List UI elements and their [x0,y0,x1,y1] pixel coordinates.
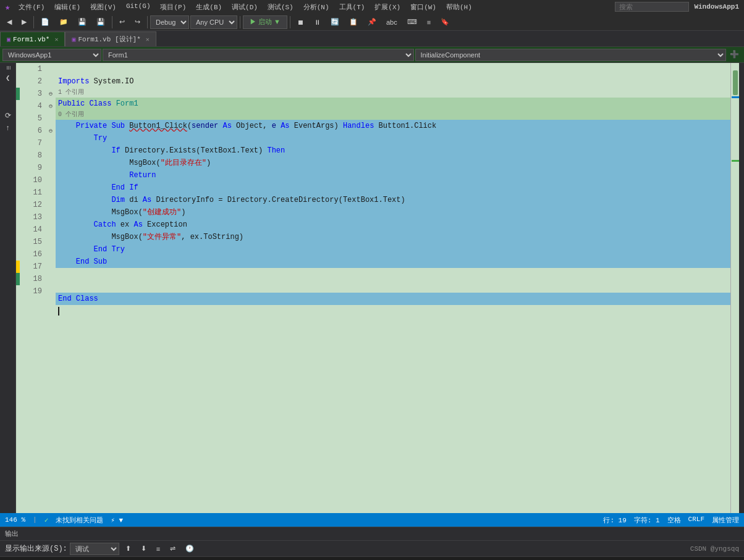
output-clock-btn[interactable]: 🕐 [182,542,198,556]
extra-btn4[interactable]: 📋 [345,15,362,29]
output-source-select[interactable]: 调试 [70,543,119,555]
output-down-btn[interactable]: ⬇ [137,542,150,556]
sep2 [112,16,112,28]
sidebar-icon-up[interactable]: ↑ [6,124,10,133]
menu-debug[interactable]: 调试(D) [228,2,261,12]
undo-btn[interactable]: ↩ [115,15,129,29]
code-line-9: End If [56,182,730,194]
l13-indent [58,231,111,243]
output-wrap-btn[interactable]: ⇌ [166,542,179,556]
ln-11: 11 [20,186,42,199]
l11-msgbox: MsgBox( [111,206,142,219]
l7-str: "此目录存在" [161,157,206,169]
sidebar-icon-bookmark[interactable]: ❮ [6,73,10,83]
kw-as1: As [223,120,232,132]
menu-test[interactable]: 测试(S) [264,2,297,12]
output-source-label: 显示输出来源(S): [5,543,67,554]
sep3 [147,16,148,28]
l6-indent [58,144,111,157]
v-scroll-thumb[interactable] [733,70,738,95]
member-dropdown[interactable]: InitializeComponent [415,49,727,61]
tab-close-2[interactable]: ✕ [146,36,150,43]
output-filter-btn[interactable]: ≡ [153,542,164,556]
scroll-indicator-2 [732,160,739,162]
format-btn[interactable]: ⌨ [403,15,421,29]
redo-btn[interactable]: ↪ [130,15,145,29]
ln-10: 10 [20,174,42,186]
code-3-space [85,98,89,110]
class-dropdown[interactable]: Form1 [103,49,414,61]
sidebar-icon-refresh[interactable]: ⟳ [5,111,11,120]
menu-analyze[interactable]: 分析(N) [300,2,333,12]
l4-method: Button1_Click( [125,120,192,132]
l4-as1 [218,120,222,132]
status-actions[interactable]: ⚡ ▼ [111,516,123,524]
align-btn[interactable]: ≡ [423,15,435,29]
extra-btn3[interactable]: 🔄 [326,15,344,29]
l7-close: ) [206,157,211,169]
nav-add-icon[interactable]: ➕ [727,49,742,61]
ln-1: 1 [20,63,42,75]
abc-btn[interactable]: abc [382,15,402,29]
right-strip [739,63,744,513]
l4-obj: Object, [232,120,272,132]
extra-btn5[interactable]: 📌 [363,15,381,29]
menu-view[interactable]: 视图(V) [87,2,120,12]
tab-form1-vb[interactable]: ▣ Form1.vb* ✕ [0,31,65,46]
col-info: 字符: 1 [634,516,660,525]
extra-btn1[interactable]: ⏹ [293,15,308,29]
kw-public: Public [58,98,85,110]
ln-4: 4 [20,100,42,112]
menu-build[interactable]: 生成(B) [192,2,226,12]
l15-indent [58,256,76,268]
no-errors-label: 未找到相关问题 [56,516,103,525]
menu-extensions[interactable]: 扩展(X) [371,2,404,12]
save-btn[interactable]: 💾 [74,15,91,29]
extra-btn2[interactable]: ⏸ [310,15,325,29]
tab-close-1[interactable]: ✕ [54,36,58,43]
output-clear-btn[interactable]: ⬆ [122,542,135,556]
l5-indent [58,132,94,144]
back-btn[interactable]: ◀ [2,15,16,29]
open-btn[interactable]: 📁 [55,15,72,29]
l4-handle: Button1.Click [374,120,436,132]
code-content[interactable]: Imports System.IO 1 个引用 Public Class For… [56,63,730,513]
editor-area: ≡ ❮ ⟳ ↑ 1 [0,63,744,513]
kw-sub: Sub [111,120,125,132]
bookmark-btn[interactable]: 🔖 [436,15,454,29]
menu-bar[interactable]: 文件(F) 编辑(E) 视图(V) Git(G) 项目(P) 生成(B) 调试(… [15,2,475,12]
v-scrollbar[interactable] [730,63,739,513]
menu-edit[interactable]: 编辑(E) [51,2,84,12]
kw-as-catch: As [133,219,142,231]
fold-gutter: ⊖ ⊖ ⊖ [46,63,56,513]
output-toolbar: 显示输出来源(S): 调试 ⬆ ⬇ ≡ ⇌ 🕐 CSDN @yngsqq [0,541,744,557]
fg-3[interactable]: ⊖ [49,88,53,100]
start-button[interactable]: ▶ 启动 ▼ [243,15,287,29]
project-dropdown[interactable]: WindowsApp1 [2,49,101,61]
menu-git[interactable]: Git(G) [122,2,154,12]
fg-4[interactable]: ⊖ [49,100,53,112]
global-search[interactable] [615,2,689,12]
ln-9: 9 [20,162,42,174]
menu-project[interactable]: 项目(P) [156,2,190,12]
new-btn[interactable]: 📄 [36,15,54,29]
hint-3-text: 0 个引用 [58,110,84,120]
forward-btn[interactable]: ▶ [17,15,31,29]
menu-file[interactable]: 文件(F) [15,2,48,12]
ln-19: 19 [20,285,42,298]
menu-window[interactable]: 窗口(W) [407,2,440,12]
save-all-btn[interactable]: 💾 [92,15,109,29]
tab-form1-design[interactable]: ▣ Form1.vb [设计]* ✕ [65,31,156,46]
debug-mode-select[interactable]: Debug [150,15,189,29]
l6-dir: Directory.Exists(TextBox1.Text) [120,144,268,157]
kw-end-sub: End Sub [76,256,107,268]
l4-s1 [107,120,111,132]
menu-tools[interactable]: 工具(T) [336,2,369,12]
sep5 [290,16,290,28]
right-panel-label[interactable]: 属性管理 [712,516,739,525]
platform-select[interactable]: Any CPU [190,15,237,29]
ln-16: 16 [20,248,42,261]
fg-6[interactable]: ⊖ [49,125,53,137]
sep1 [33,16,34,28]
menu-help[interactable]: 帮助(H) [442,2,476,12]
